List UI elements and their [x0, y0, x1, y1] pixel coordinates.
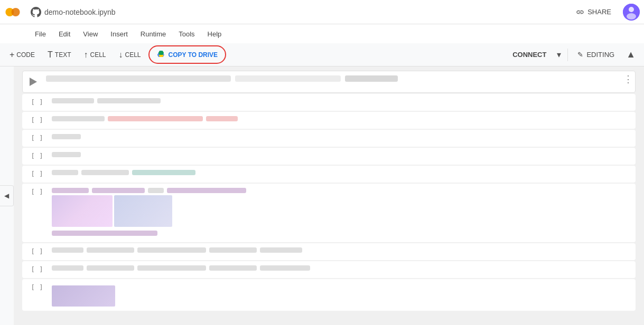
cell-gutter-6: [ ]: [22, 166, 52, 182]
file-info: demo-notebook.ipynb: [31, 7, 571, 17]
colab-logo-area[interactable]: [4, 4, 31, 21]
run-icon: [30, 78, 37, 86]
code-bar: [81, 170, 129, 175]
cell-down-button[interactable]: ↓ CELL: [114, 47, 146, 63]
cell-header-bar3: [345, 75, 398, 82]
code-bar: [209, 265, 257, 271]
cell-bracket-5: [ ]: [31, 152, 43, 160]
editing-button[interactable]: ✎ EDITING: [572, 47, 620, 62]
cell-3: [ ]: [22, 112, 636, 129]
cell-content-2: [52, 94, 636, 109]
code-bar: [87, 247, 134, 253]
svg-point-3: [629, 7, 634, 12]
arrow-down-icon: ↓: [119, 50, 123, 60]
code-bar: [148, 188, 164, 193]
cell-5: [ ]: [22, 148, 636, 165]
code-bar: [87, 265, 134, 271]
colab-logo-icon: [4, 4, 21, 21]
user-avatar[interactable]: [623, 4, 640, 21]
code-bar-purple2: [92, 188, 145, 193]
cell-content-10: [52, 279, 636, 311]
cell-bracket-3: [ ]: [31, 116, 43, 124]
cell-content-5: [52, 148, 636, 163]
code-cell-button[interactable]: + CODE: [4, 47, 40, 63]
cell-gutter-7: [ ]: [22, 184, 52, 200]
cell-gutter-2: [ ]: [22, 94, 52, 110]
menu-help[interactable]: Help: [202, 28, 227, 40]
share-area: SHARE: [571, 4, 640, 21]
collapse-button[interactable]: ▲: [622, 47, 640, 62]
code-bar: [52, 116, 105, 121]
cell-header-bar2: [235, 75, 341, 82]
cell-9: [ ]: [22, 261, 636, 278]
code-bar-teal: [132, 170, 195, 175]
connect-dropdown-icon[interactable]: ▾: [555, 47, 563, 62]
code-bar: [137, 265, 206, 271]
sidebar-arrow-icon: ◀: [4, 192, 9, 199]
cell-4: [ ]: [22, 130, 636, 147]
text-label: TEXT: [55, 51, 71, 59]
cell-gutter-4: [ ]: [22, 130, 52, 146]
menu-view[interactable]: View: [78, 28, 103, 40]
cell-10: [ ]: [22, 279, 636, 311]
cell-bracket-2: [ ]: [31, 98, 43, 106]
cell-more-button[interactable]: ⋮: [621, 71, 635, 87]
sidebar-toggle[interactable]: ◀: [0, 185, 14, 206]
svg-point-4: [627, 13, 636, 20]
run-cell-button[interactable]: [25, 73, 42, 90]
connect-divider: [567, 49, 568, 61]
arrow-up-icon: ↑: [83, 50, 88, 60]
cell-up-button[interactable]: ↑ CELL: [78, 47, 111, 63]
cell-bracket-6: [ ]: [31, 170, 43, 178]
code-bar: [52, 170, 78, 175]
text-icon: T: [48, 50, 53, 60]
code-bar: [137, 247, 206, 253]
code-bar: [260, 265, 310, 271]
avatar-img: [623, 4, 640, 21]
github-icon: [31, 7, 41, 17]
code-bar: [52, 152, 81, 157]
text-cell-button[interactable]: T TEXT: [42, 47, 76, 63]
connect-label: CONNECT: [512, 51, 546, 59]
cell-2: [ ]: [22, 94, 636, 111]
cell-gutter-10: [ ]: [22, 279, 52, 295]
cell-gutter-3: [ ]: [22, 112, 52, 128]
cell-1: ⋮: [22, 71, 636, 93]
code-bar: [260, 247, 302, 253]
output-block-7: [52, 195, 631, 238]
editing-label: EDITING: [586, 51, 614, 59]
cell-bracket-8: [ ]: [31, 247, 43, 255]
cell-gutter-5: [ ]: [22, 148, 52, 164]
cell-content-7: [52, 184, 636, 242]
cell-gutter-9: [ ]: [22, 261, 52, 278]
copy-to-drive-button[interactable]: COPY TO DRIVE: [148, 45, 227, 64]
cell-down-label: CELL: [125, 51, 141, 59]
menu-tools[interactable]: Tools: [173, 28, 200, 40]
code-bar: [97, 98, 161, 103]
cell-content-4: [52, 130, 636, 145]
share-button[interactable]: SHARE: [571, 5, 617, 20]
code-bar-purple: [52, 188, 89, 193]
connect-button[interactable]: CONNECT: [505, 47, 554, 62]
code-bar: [52, 247, 83, 253]
cell-gutter-8: [ ]: [22, 243, 52, 260]
top-bar: demo-notebook.ipynb SHARE: [0, 0, 644, 24]
output-image-2: [114, 195, 172, 227]
code-bar: [52, 265, 83, 271]
copy-to-drive-label: COPY TO DRIVE: [169, 51, 218, 59]
code-bar: [52, 134, 81, 139]
share-label: SHARE: [587, 8, 611, 16]
code-bar: [209, 247, 257, 253]
menu-edit[interactable]: Edit: [53, 28, 76, 40]
cell-bracket-10: [ ]: [31, 283, 43, 291]
cell-bracket-7: [ ]: [31, 188, 43, 196]
code-bar-pink2: [206, 116, 238, 121]
connect-area: CONNECT ▾: [505, 47, 563, 62]
menu-insert[interactable]: Insert: [105, 28, 133, 40]
toolbar: + CODE T TEXT ↑ CELL ↓ CELL COPY TO DRIV…: [0, 43, 644, 66]
menu-runtime[interactable]: Runtime: [135, 28, 171, 40]
file-name-text: demo-notebook.ipynb: [44, 8, 116, 16]
cell-content-9: [52, 261, 636, 276]
code-icon: +: [10, 50, 14, 60]
menu-file[interactable]: File: [30, 28, 51, 40]
